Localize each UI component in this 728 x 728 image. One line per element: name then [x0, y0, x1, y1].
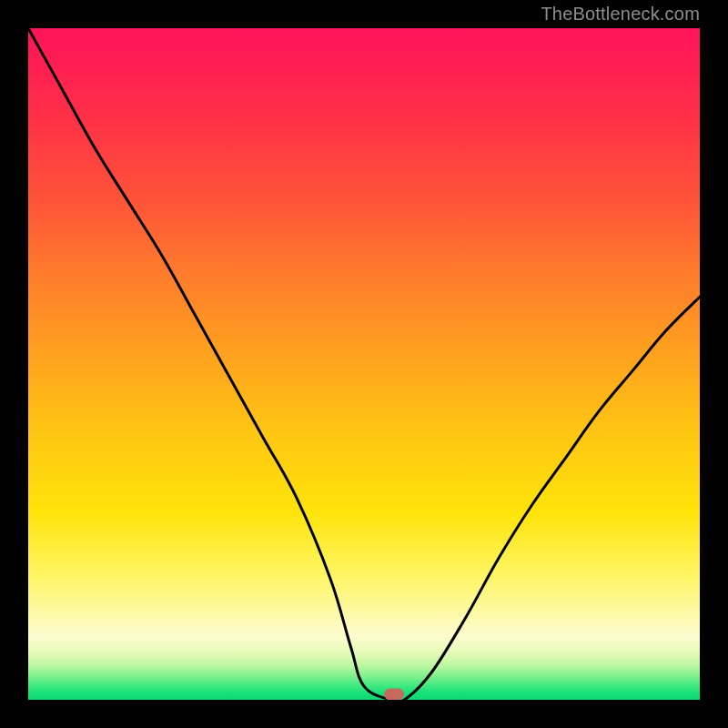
watermark-text: TheBottleneck.com — [541, 4, 700, 25]
plot-area — [28, 28, 700, 700]
gradient-background — [28, 28, 700, 700]
chart-stage: TheBottleneck.com — [0, 0, 728, 728]
